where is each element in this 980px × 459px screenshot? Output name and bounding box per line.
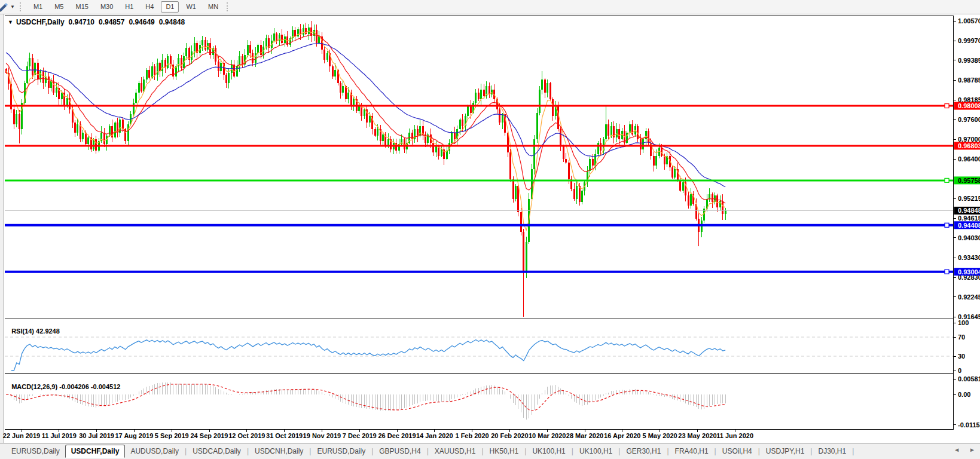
chart-tab-AUDUSD-Daily[interactable]: AUDUSD,Daily bbox=[125, 445, 184, 457]
candle[interactable] bbox=[82, 133, 84, 139]
chart-tab-USDCAD-Daily[interactable]: USDCAD,Daily bbox=[187, 445, 246, 457]
candle[interactable] bbox=[565, 159, 567, 163]
candle[interactable] bbox=[332, 66, 334, 76]
candle[interactable] bbox=[648, 131, 649, 142]
line-handle-0.94408[interactable] bbox=[945, 223, 949, 227]
candle[interactable] bbox=[432, 143, 434, 153]
candle[interactable] bbox=[19, 114, 20, 129]
candle[interactable] bbox=[573, 189, 575, 199]
candle[interactable] bbox=[194, 43, 196, 51]
chart-tab-USDCHF-Daily[interactable]: USDCHF,Daily bbox=[65, 445, 126, 458]
timeframe-button-D1[interactable]: D1 bbox=[161, 1, 179, 13]
candle[interactable] bbox=[688, 195, 689, 206]
chart-tab-EURUSD-Daily[interactable]: EURUSD,Daily bbox=[312, 445, 371, 457]
chart-tab-USOil-H4[interactable]: USOil,H4 bbox=[717, 445, 758, 457]
candle[interactable] bbox=[478, 93, 480, 99]
candle[interactable] bbox=[515, 186, 517, 199]
chart-tab-FRA40-H1[interactable]: FRA40,H1 bbox=[670, 445, 714, 457]
candle[interactable] bbox=[536, 113, 538, 139]
candle[interactable] bbox=[135, 93, 137, 103]
candle[interactable] bbox=[26, 66, 28, 83]
candle[interactable] bbox=[664, 156, 665, 164]
line-handle-0.98008[interactable] bbox=[945, 104, 949, 108]
candle[interactable] bbox=[480, 90, 482, 100]
chart-tab-UK100-H1[interactable]: UK100,H1 bbox=[527, 445, 570, 457]
candle[interactable] bbox=[114, 123, 116, 137]
chart-tab-XAUUSD-H1[interactable]: XAUUSD,H1 bbox=[429, 445, 481, 457]
candle[interactable] bbox=[581, 191, 583, 202]
candle[interactable] bbox=[600, 143, 602, 151]
candle[interactable] bbox=[661, 148, 663, 156]
candle[interactable] bbox=[441, 149, 442, 156]
candle[interactable] bbox=[491, 90, 493, 94]
candle[interactable] bbox=[531, 169, 533, 199]
candle[interactable] bbox=[308, 27, 310, 34]
candle[interactable] bbox=[85, 133, 87, 144]
candle[interactable] bbox=[265, 38, 267, 47]
candle[interactable] bbox=[310, 27, 312, 36]
candle[interactable] bbox=[202, 40, 203, 45]
candle[interactable] bbox=[507, 133, 509, 152]
candle[interactable] bbox=[247, 45, 249, 55]
candle[interactable] bbox=[475, 93, 477, 103]
candle[interactable] bbox=[228, 73, 230, 83]
candle[interactable] bbox=[364, 109, 365, 116]
candle[interactable] bbox=[377, 129, 378, 136]
candle[interactable] bbox=[682, 182, 684, 191]
chart-tab-DJ30-H1[interactable]: DJ30,H1 bbox=[813, 445, 851, 457]
candle[interactable] bbox=[204, 40, 206, 50]
candle[interactable] bbox=[358, 106, 360, 111]
candle[interactable] bbox=[161, 60, 163, 71]
chart-title-collapse-icon[interactable]: ▼ bbox=[8, 19, 13, 25]
chart-tab-USDJPY-H1[interactable]: USDJPY,H1 bbox=[761, 445, 810, 457]
candle[interactable] bbox=[679, 180, 681, 191]
chart-tab-HK50-H1[interactable]: HK50,H1 bbox=[484, 445, 524, 457]
candle[interactable] bbox=[539, 90, 541, 113]
candle[interactable] bbox=[446, 151, 448, 159]
candle[interactable] bbox=[454, 133, 456, 139]
candle[interactable] bbox=[526, 242, 527, 272]
candle[interactable] bbox=[106, 136, 108, 144]
candle[interactable] bbox=[273, 33, 275, 41]
candle[interactable] bbox=[470, 106, 472, 113]
candle[interactable] bbox=[655, 156, 657, 166]
candle[interactable] bbox=[512, 179, 514, 199]
candle[interactable] bbox=[13, 109, 15, 124]
candle[interactable] bbox=[16, 114, 17, 124]
candle[interactable] bbox=[451, 133, 453, 143]
candle[interactable] bbox=[374, 129, 376, 136]
candle[interactable] bbox=[523, 232, 524, 272]
candle[interactable] bbox=[547, 83, 548, 93]
candle[interactable] bbox=[502, 114, 503, 123]
tool-dropdown-arrow-icon[interactable]: ▼ bbox=[10, 4, 15, 10]
candle[interactable] bbox=[576, 186, 578, 199]
candle[interactable] bbox=[605, 124, 607, 139]
candle[interactable] bbox=[607, 124, 609, 136]
candle[interactable] bbox=[151, 66, 153, 78]
candle[interactable] bbox=[167, 56, 169, 68]
candle[interactable] bbox=[671, 167, 673, 178]
candle[interactable] bbox=[249, 45, 251, 53]
candle[interactable] bbox=[419, 126, 421, 136]
candle[interactable] bbox=[653, 156, 655, 166]
line-handle-0.95758[interactable] bbox=[945, 178, 949, 182]
candle[interactable] bbox=[568, 163, 570, 179]
candle[interactable] bbox=[154, 66, 155, 75]
candle[interactable] bbox=[674, 169, 676, 178]
chart-tab-GER30-H1[interactable]: GER30,H1 bbox=[621, 445, 666, 457]
tab-scroll-right-icon[interactable]: ► bbox=[969, 447, 975, 453]
candle[interactable] bbox=[589, 159, 591, 170]
candle[interactable] bbox=[499, 109, 500, 123]
candle[interactable] bbox=[29, 58, 30, 66]
candle[interactable] bbox=[709, 194, 710, 199]
candle[interactable] bbox=[690, 194, 692, 206]
candle[interactable] bbox=[77, 124, 78, 133]
timeframe-button-H1[interactable]: H1 bbox=[120, 1, 138, 13]
candle[interactable] bbox=[181, 58, 182, 68]
candle[interactable] bbox=[560, 129, 561, 146]
candle[interactable] bbox=[342, 86, 344, 93]
candle[interactable] bbox=[340, 83, 341, 93]
candle[interactable] bbox=[520, 212, 522, 232]
candle[interactable] bbox=[37, 63, 39, 79]
candle[interactable] bbox=[645, 131, 647, 139]
